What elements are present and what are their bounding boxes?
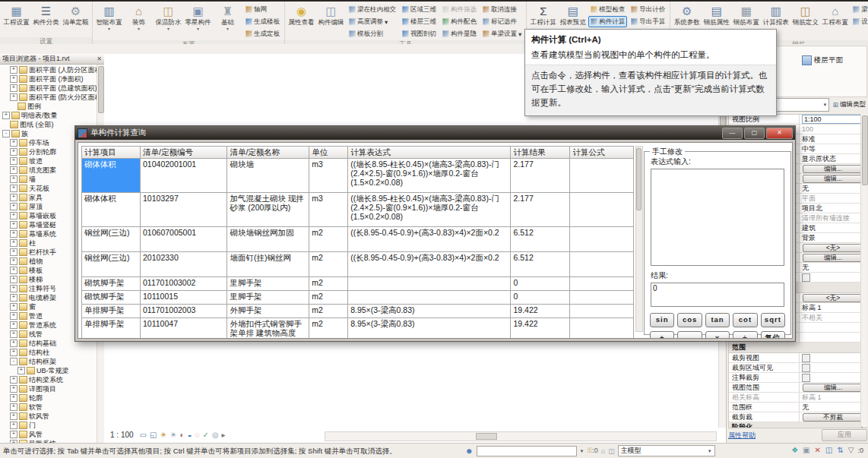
underlay-select-icon[interactable]: ◫ <box>825 446 832 454</box>
table-cell[interactable]: 里脚手架 <box>227 291 309 305</box>
floor-3d-button[interactable]: 楼层三维 <box>400 16 439 27</box>
calc-button-÷[interactable]: ÷ <box>733 331 757 339</box>
expand-icon[interactable]: + <box>10 294 17 302</box>
tree-item[interactable]: +明细表/数量 <box>0 111 97 120</box>
property-value[interactable]: 中等 <box>799 144 866 153</box>
table-cell[interactable]: m2 <box>309 252 347 277</box>
table-cell[interactable]: 20102330 <box>140 252 227 277</box>
expand-icon[interactable]: + <box>10 385 17 393</box>
table-cell[interactable]: 外脚手架 <box>227 305 309 318</box>
property-value[interactable]: 编辑... <box>799 174 866 183</box>
dialog-title-bar[interactable]: 单构件计算查询 — ▢ ✕ <box>75 126 795 140</box>
table-cell[interactable]: 砌筑脚手架 <box>81 277 140 291</box>
apply-button[interactable]: 应用 <box>822 429 867 441</box>
property-row[interactable]: 范围框无 <box>729 403 866 412</box>
expand-icon[interactable]: + <box>10 93 17 101</box>
column-header[interactable]: 计算项目 <box>81 147 140 159</box>
analysis-icon[interactable]: ◎ <box>212 431 219 439</box>
table-cell[interactable] <box>569 193 634 227</box>
table-cell[interactable]: 10110047 <box>140 318 227 339</box>
component-filter-button[interactable]: 构件筛选 <box>440 4 479 15</box>
property-value[interactable]: <无> <box>799 293 866 302</box>
property-value-input[interactable]: 1:100 <box>802 115 864 124</box>
table-cell[interactable] <box>347 291 510 305</box>
expand-icon[interactable]: + <box>10 66 17 74</box>
calc-button--[interactable]: - <box>677 331 702 339</box>
mark-selection-button[interactable]: 标记选件 <box>480 16 524 27</box>
component-category-button[interactable]: ☰构件分类 <box>32 2 60 36</box>
property-value[interactable]: 编辑... <box>799 253 866 262</box>
table-cell[interactable]: ((长8.95-0.45-0.9)+(高3-0.83)×4)×2面×0.2 <box>347 227 510 252</box>
table-cell[interactable]: 里脚手架 <box>227 277 309 291</box>
expand-icon[interactable]: + <box>10 248 17 256</box>
property-value[interactable]: 标高 1 <box>799 303 866 312</box>
filter-icon[interactable]: ▽ <box>848 446 854 454</box>
tree-item[interactable]: +轮廓 <box>0 393 97 403</box>
project-browser-header[interactable]: 项目浏览器 - 项目1.rvt ✕ <box>0 54 104 65</box>
tree-item[interactable]: -结构框架 <box>0 357 97 366</box>
property-edit-button[interactable]: 编辑... <box>803 165 863 173</box>
table-cell[interactable]: 砌块墙 <box>227 159 309 193</box>
result-input[interactable]: 0 <box>651 283 784 307</box>
set-beam-support-button[interactable]: 设置梁支座 <box>851 16 868 27</box>
tree-item[interactable]: +面积平面 (总建筑面积) <box>0 84 97 93</box>
tree-item[interactable]: +面积平面 (净面积) <box>0 74 97 84</box>
table-cell[interactable]: 加气混凝土砌块 现拌砂浆 (200厚以内) <box>227 193 309 227</box>
property-edit-button[interactable]: 不剪裁 <box>803 413 863 422</box>
properties-scrollbar[interactable] <box>860 114 867 427</box>
table-cell[interactable]: m2 <box>309 305 347 318</box>
table-cell[interactable] <box>569 252 634 277</box>
table-cell[interactable]: 011701003002 <box>140 277 227 291</box>
tree-item[interactable]: +软管 <box>0 403 97 412</box>
expand-icon[interactable]: + <box>10 212 17 220</box>
render-icon[interactable]: ◐ <box>179 431 184 439</box>
column-header[interactable]: 计算表达式 <box>347 147 510 159</box>
property-value[interactable]: 编辑... <box>799 164 866 173</box>
expand-icon[interactable]: + <box>10 230 17 238</box>
hide-icon[interactable]: ◒ <box>187 431 192 439</box>
property-row[interactable]: 裁剪区域可见 <box>729 363 866 373</box>
expand-icon[interactable]: + <box>10 403 17 411</box>
table-cell[interactable]: 外墙扣件式钢管脚手架单排 建筑物高度(15m以内) <box>227 318 309 339</box>
project-layout-button[interactable]: ⌂工程布置 <box>821 2 849 39</box>
table-cell[interactable]: 墙面钉(挂)钢丝网 <box>227 252 309 277</box>
table-cell[interactable]: ((墙长8.95-柱长0.45)×(墙高3-梁高0.83)-门(2.4×2.5)… <box>347 159 510 193</box>
insulation-waterproof-button[interactable]: ◫保温防水▾ <box>154 2 182 39</box>
property-row[interactable]: 相关标高标高 1 <box>729 393 866 403</box>
expand-icon[interactable]: + <box>10 422 17 429</box>
table-cell[interactable] <box>569 227 634 252</box>
property-edit-button[interactable]: 编辑... <box>803 254 863 262</box>
properties-help-link[interactable]: 属性帮助 <box>728 431 756 441</box>
temporary-hide-icon[interactable]: ✓ <box>202 431 208 439</box>
component-visibility-button[interactable]: 构件显隐 <box>440 28 479 39</box>
export-manual-button[interactable]: 导出手算 <box>629 16 667 27</box>
export-pricing-button[interactable]: 导出计价 <box>629 4 667 15</box>
table-cell[interactable]: 0 <box>510 277 569 291</box>
table-cell[interactable]: m3 <box>309 159 347 193</box>
expand-icon[interactable]: + <box>10 285 17 292</box>
property-checkbox[interactable] <box>802 354 810 362</box>
property-row[interactable]: 注释裁剪 <box>729 373 866 383</box>
expand-icon[interactable]: + <box>10 431 17 438</box>
property-value[interactable]: <无> <box>799 243 866 252</box>
worksets-input[interactable] <box>477 446 577 456</box>
table-cell[interactable]: 010607005001 <box>140 227 227 252</box>
sun-settings-icon[interactable]: ☀ <box>160 431 167 439</box>
tree-item[interactable]: +软风管 <box>0 412 97 421</box>
minimize-button[interactable]: — <box>722 128 743 139</box>
property-value[interactable]: 标准 <box>799 134 866 144</box>
calc-button-cot[interactable]: cot <box>733 313 757 327</box>
formwork-split-button[interactable]: 模板分割 <box>347 28 398 39</box>
table-cell[interactable] <box>569 277 634 291</box>
expand-icon[interactable]: + <box>10 185 17 192</box>
property-value[interactable]: 不剪裁 <box>799 412 866 422</box>
design-option-select[interactable]: 主模型 ▼ <box>618 445 715 456</box>
expand-icon[interactable]: + <box>10 148 17 156</box>
expand-icon[interactable]: + <box>10 349 17 356</box>
property-edit-button[interactable]: 编辑... <box>803 384 863 392</box>
table-cell[interactable]: 19.422 <box>510 318 569 339</box>
project-settings-button[interactable]: ▦工程设置 <box>2 2 30 36</box>
property-value[interactable]: 无 <box>799 403 866 412</box>
component-edit-button[interactable]: ◫构件编辑 <box>317 2 345 39</box>
collapse-icon[interactable]: - <box>2 130 10 137</box>
